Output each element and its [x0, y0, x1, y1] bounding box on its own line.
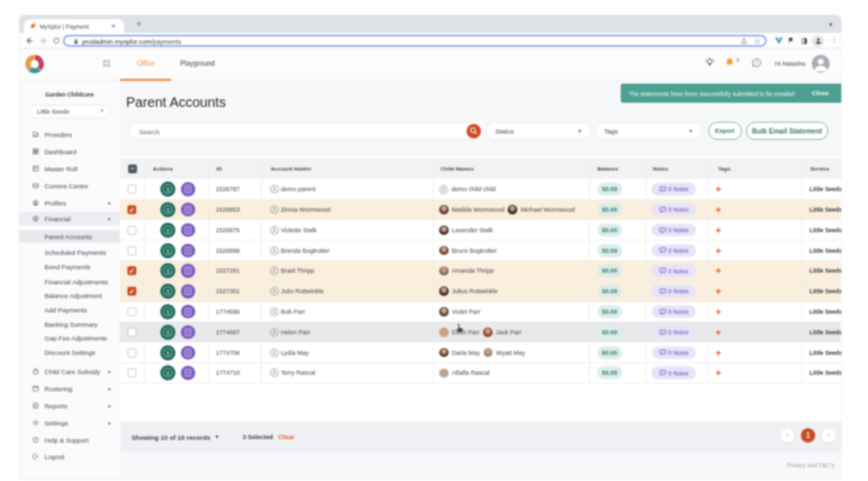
svg-text:$: $ — [166, 369, 170, 377]
svg-text:$: $ — [166, 349, 170, 356]
svg-text:$: $ — [166, 226, 170, 234]
svg-text:$: $ — [166, 267, 170, 275]
svg-text:$: $ — [166, 247, 170, 254]
svg-text:?: ? — [35, 437, 37, 441]
svg-text:$: $ — [166, 206, 170, 214]
svg-text:?: ? — [756, 60, 758, 65]
svg-text:$: $ — [166, 186, 170, 193]
svg-text:$: $ — [166, 288, 170, 295]
svg-text:$: $ — [166, 308, 170, 316]
svg-text:$: $ — [166, 328, 170, 336]
